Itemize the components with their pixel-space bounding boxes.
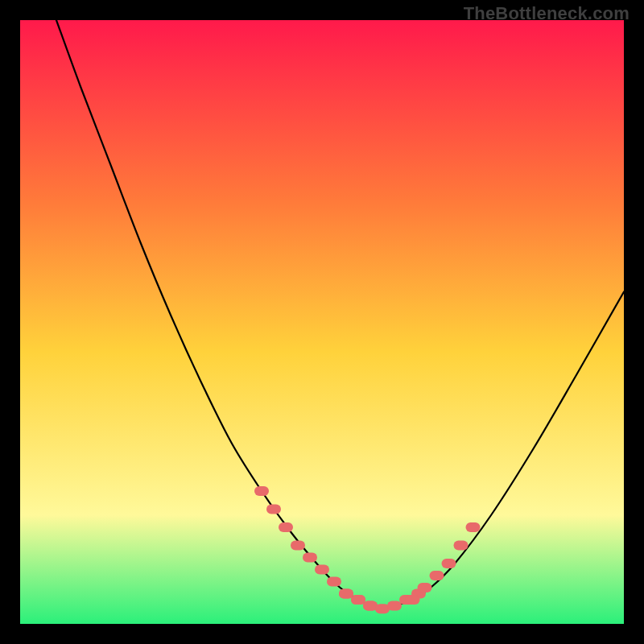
highlight-dot: [315, 565, 329, 575]
chart-frame: TheBottleneck.com: [0, 0, 644, 644]
highlight-dot: [418, 583, 432, 592]
highlight-dot: [406, 595, 420, 605]
highlight-dot: [466, 522, 481, 532]
highlight-dot: [279, 522, 293, 532]
gradient-background: [20, 20, 624, 624]
highlight-dot: [303, 553, 317, 563]
chart-svg: [20, 20, 624, 624]
plot-area: [20, 20, 624, 624]
highlight-dot: [291, 541, 305, 551]
highlight-dot: [266, 505, 281, 514]
highlight-dot: [327, 577, 341, 587]
highlight-dot: [387, 601, 402, 611]
highlight-dot: [351, 595, 365, 605]
highlight-dot: [254, 486, 269, 496]
highlight-dot: [339, 589, 353, 599]
highlight-dot: [430, 571, 444, 580]
watermark-text: TheBottleneck.com: [464, 3, 630, 24]
highlight-dot: [442, 559, 456, 568]
highlight-dot: [454, 541, 469, 551]
